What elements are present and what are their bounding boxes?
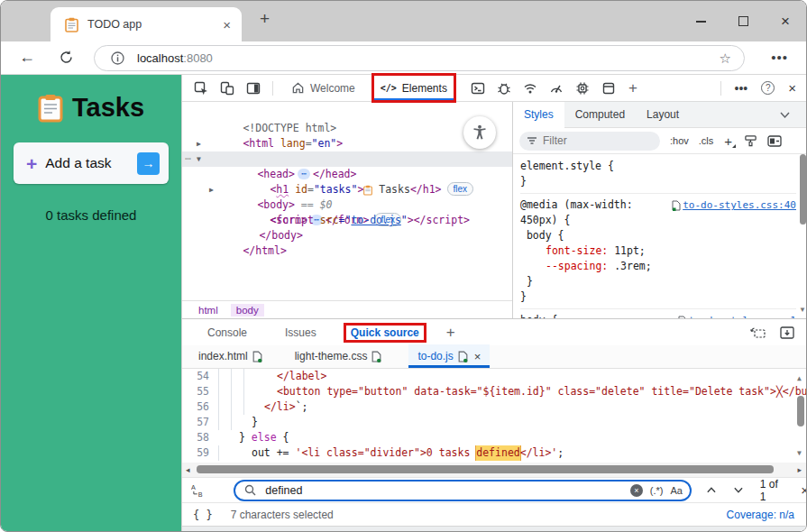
next-match-icon[interactable] (733, 486, 744, 494)
tab-light-theme-css[interactable]: light-theme.css (286, 344, 391, 368)
scroll-left-icon[interactable]: ◂ (186, 465, 190, 474)
debugger-icon[interactable] (497, 81, 511, 96)
tree-node-doctype[interactable]: <!DOCTYPE html> (182, 105, 512, 121)
add-drawer-tab-icon[interactable]: + (446, 324, 455, 342)
tree-node-body-selected[interactable]: ⋯ ▼ <body> == $0 (182, 151, 512, 167)
scrollbar-thumb[interactable] (797, 396, 804, 427)
tab-styles[interactable]: Styles (513, 102, 564, 128)
collapse-arrow-icon[interactable]: ▼ (197, 151, 201, 167)
styles-scrollbar[interactable]: ▼ (798, 129, 807, 318)
device-emulation-icon[interactable] (220, 81, 234, 96)
hover-state-toggle[interactable]: :hov (670, 135, 689, 146)
tab-elements[interactable]: </> Elements (373, 75, 454, 101)
tab-computed[interactable]: Computed (564, 102, 636, 128)
expand-arrow-icon[interactable]: ▶ (209, 182, 214, 197)
search-input[interactable] (263, 483, 629, 498)
chevron-down-icon[interactable] (779, 111, 791, 119)
line-number[interactable]: 59 (182, 445, 229, 461)
line-number[interactable]: 57 (182, 415, 229, 430)
tree-node-script[interactable]: <script src="to-do.js"></script> (182, 197, 512, 213)
node-menu-icon[interactable]: ⋯ (185, 151, 191, 167)
add-panel-icon[interactable]: + (628, 79, 637, 97)
help-icon[interactable]: ? (761, 81, 775, 95)
line-number[interactable]: 56 (182, 399, 229, 415)
browser-tab[interactable]: TODO app × (50, 7, 242, 41)
accessibility-picker-button[interactable] (463, 116, 496, 149)
breadcrumb-html[interactable]: html (193, 304, 224, 316)
code-vertical-scrollbar[interactable]: ▲ ▼ (795, 369, 807, 463)
tree-node-h1[interactable]: <h1 id="tasks"> Tasks</h1>flex (182, 167, 512, 182)
replace-toggle-icon[interactable]: A B (191, 483, 205, 498)
maximize-icon[interactable] (738, 16, 748, 26)
storage-icon[interactable] (601, 81, 616, 96)
tree-node-form[interactable]: ▶ <form>⋯</form>flex (182, 182, 512, 197)
scroll-up-icon[interactable]: ▲ (797, 371, 802, 386)
css-file-link[interactable]: to-do-styles.css:40 (672, 197, 796, 213)
coverage-link[interactable]: Coverage: n/a (727, 509, 794, 521)
tab-close-icon[interactable]: × (223, 18, 231, 32)
url-field[interactable]: localhost:8080 ☆ (94, 45, 745, 71)
welcome-tab-label: Welcome (310, 82, 355, 95)
tab-layout[interactable]: Layout (636, 102, 690, 128)
back-icon[interactable]: ← (19, 48, 35, 67)
pretty-print-icon[interactable]: { } (193, 509, 213, 521)
minimize-icon[interactable] (696, 21, 706, 23)
previous-match-icon[interactable] (706, 486, 717, 494)
submit-arrow-icon[interactable]: → (137, 152, 160, 175)
scroll-right-icon[interactable]: ▸ (797, 465, 802, 474)
tab-index-html[interactable]: index.html (189, 344, 271, 368)
close-search-icon[interactable]: × (801, 482, 807, 498)
tree-node-html-close[interactable]: </html> (182, 228, 512, 243)
line-number[interactable]: 58 (182, 430, 229, 445)
devtools-close-icon[interactable]: × (788, 80, 796, 96)
inspect-element-icon[interactable] (194, 81, 208, 96)
styles-filter-input[interactable] (519, 132, 660, 151)
drawer-controls (750, 326, 807, 339)
new-style-rule-icon[interactable]: + (724, 134, 732, 148)
clear-search-icon[interactable]: × (630, 484, 643, 497)
tab-console[interactable]: Console (202, 325, 252, 341)
refresh-icon[interactable] (59, 50, 74, 65)
breadcrumb-body[interactable]: body (231, 304, 264, 316)
tab-quick-source[interactable]: Quick source (345, 325, 425, 341)
scroll-down-icon[interactable]: ▼ (799, 306, 806, 314)
window-close-icon[interactable]: × (781, 14, 790, 29)
dock-drawer-icon[interactable] (780, 326, 794, 339)
browser-menu-icon[interactable]: ••• (771, 50, 788, 65)
line-number[interactable]: 55 (182, 384, 229, 399)
tab-issues[interactable]: Issues (280, 325, 322, 341)
add-task-button[interactable]: + Add a task → (14, 142, 169, 184)
regex-toggle[interactable]: (.*) (650, 485, 664, 496)
indent-guide (243, 369, 244, 415)
svg-text:B: B (198, 490, 203, 497)
bookmark-star-icon[interactable]: ☆ (720, 50, 731, 67)
scrollbar-thumb[interactable] (800, 154, 806, 225)
match-case-toggle[interactable]: Aa (671, 485, 683, 496)
tree-node-head[interactable]: ▶ <head>⋯</head> (182, 136, 512, 151)
line-number[interactable]: 54 (182, 369, 229, 384)
close-file-tab-icon[interactable]: × (474, 350, 481, 363)
site-info-icon[interactable] (111, 51, 124, 65)
tab-welcome[interactable]: Welcome (284, 75, 362, 101)
class-toggle[interactable]: .cls (699, 135, 714, 146)
performance-icon[interactable] (549, 81, 564, 96)
network-icon[interactable] (523, 81, 537, 96)
code-horizontal-scrollbar[interactable]: ◂ ▸ (182, 463, 807, 477)
expand-arrow-icon[interactable]: ▶ (197, 136, 201, 151)
devtools-panel: Welcome </> Elements (181, 75, 807, 532)
brush-icon[interactable] (744, 134, 757, 148)
page-heading: Tasks (38, 93, 144, 123)
computed-box-icon[interactable] (767, 135, 782, 147)
new-tab-icon[interactable]: + (260, 9, 270, 29)
tab-to-do-js[interactable]: to-do.js × (408, 344, 490, 368)
more-tools-icon[interactable]: ••• (735, 81, 748, 96)
memory-icon[interactable] (575, 81, 590, 96)
expand-quick-view-icon[interactable] (750, 326, 766, 339)
scrollbar-thumb[interactable] (197, 465, 774, 473)
tree-node-body-close[interactable]: </body> (182, 213, 512, 228)
console-icon[interactable] (471, 81, 485, 96)
elements-tab-label: Elements (402, 82, 447, 95)
panel-layout-icon[interactable] (246, 81, 261, 96)
search-input-pill[interactable]: × (.*) Aa (234, 480, 692, 501)
scroll-down-icon[interactable]: ▼ (797, 445, 802, 461)
